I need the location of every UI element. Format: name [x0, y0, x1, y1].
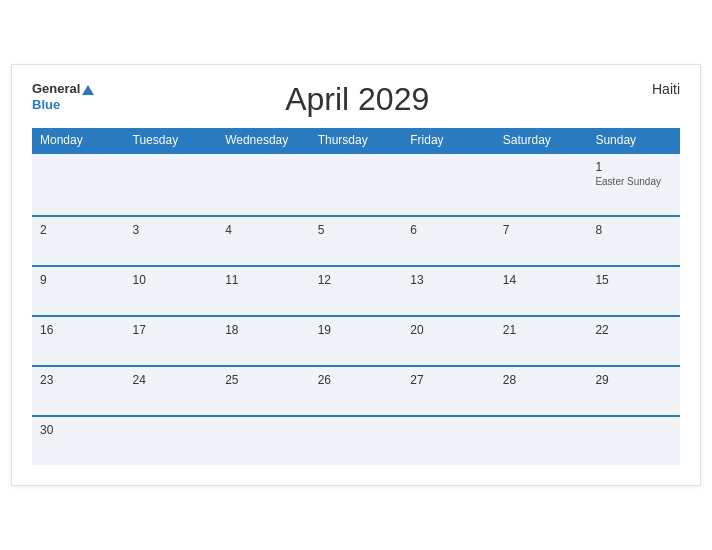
- calendar-cell: 21: [495, 316, 588, 366]
- calendar-cell: 23: [32, 366, 125, 416]
- logo: General Blue: [32, 81, 94, 112]
- day-number: 23: [40, 373, 53, 387]
- day-number: 22: [595, 323, 608, 337]
- day-number: 3: [133, 223, 140, 237]
- calendar-cell: 22: [587, 316, 680, 366]
- day-number: 11: [225, 273, 238, 287]
- weekday-header-row: MondayTuesdayWednesdayThursdayFridaySatu…: [32, 128, 680, 153]
- day-number: 19: [318, 323, 331, 337]
- calendar-cell: 19: [310, 316, 403, 366]
- day-number: 21: [503, 323, 516, 337]
- calendar-cell: 2: [32, 216, 125, 266]
- calendar-cell: 25: [217, 366, 310, 416]
- week-row-4: 16171819202122: [32, 316, 680, 366]
- weekday-header-friday: Friday: [402, 128, 495, 153]
- day-number: 12: [318, 273, 331, 287]
- day-number: 28: [503, 373, 516, 387]
- calendar-cell: 10: [125, 266, 218, 316]
- calendar-cell: 7: [495, 216, 588, 266]
- calendar-cell: 5: [310, 216, 403, 266]
- calendar-cell: 4: [217, 216, 310, 266]
- calendar-cell: 6: [402, 216, 495, 266]
- day-number: 17: [133, 323, 146, 337]
- week-row-5: 23242526272829: [32, 366, 680, 416]
- calendar-cell: 30: [32, 416, 125, 465]
- calendar-cell: 17: [125, 316, 218, 366]
- week-row-2: 2345678: [32, 216, 680, 266]
- day-number: 15: [595, 273, 608, 287]
- country-label: Haiti: [620, 81, 680, 97]
- calendar-cell: [495, 416, 588, 465]
- calendar-cell: [495, 153, 588, 216]
- week-row-3: 9101112131415: [32, 266, 680, 316]
- calendar-cell: [402, 153, 495, 216]
- calendar-cell: [125, 416, 218, 465]
- calendar-cell: 27: [402, 366, 495, 416]
- weekday-header-saturday: Saturday: [495, 128, 588, 153]
- day-number: 30: [40, 423, 53, 437]
- day-number: 7: [503, 223, 510, 237]
- calendar-cell: [217, 153, 310, 216]
- day-number: 14: [503, 273, 516, 287]
- day-number: 5: [318, 223, 325, 237]
- day-number: 20: [410, 323, 423, 337]
- day-number: 8: [595, 223, 602, 237]
- calendar-cell: [587, 416, 680, 465]
- calendar-cell: [217, 416, 310, 465]
- calendar-cell: 14: [495, 266, 588, 316]
- calendar-cell: 15: [587, 266, 680, 316]
- day-number: 16: [40, 323, 53, 337]
- calendar-cell: [32, 153, 125, 216]
- calendar-cell: 1Easter Sunday: [587, 153, 680, 216]
- day-number: 6: [410, 223, 417, 237]
- week-row-1: 1Easter Sunday: [32, 153, 680, 216]
- weekday-header-thursday: Thursday: [310, 128, 403, 153]
- calendar-cell: 26: [310, 366, 403, 416]
- calendar-cell: 9: [32, 266, 125, 316]
- calendar-header: General Blue April 2029 Haiti: [32, 81, 680, 118]
- calendar-table: MondayTuesdayWednesdayThursdayFridaySatu…: [32, 128, 680, 465]
- calendar-cell: 13: [402, 266, 495, 316]
- day-number: 26: [318, 373, 331, 387]
- day-number: 27: [410, 373, 423, 387]
- day-number: 29: [595, 373, 608, 387]
- weekday-header-tuesday: Tuesday: [125, 128, 218, 153]
- weekday-header-wednesday: Wednesday: [217, 128, 310, 153]
- calendar-cell: [310, 153, 403, 216]
- day-number: 9: [40, 273, 47, 287]
- week-row-6: 30: [32, 416, 680, 465]
- calendar-title: April 2029: [94, 81, 620, 118]
- calendar-cell: 20: [402, 316, 495, 366]
- calendar-cell: 24: [125, 366, 218, 416]
- calendar-cell: 12: [310, 266, 403, 316]
- logo-general: General: [32, 81, 94, 97]
- calendar-cell: 18: [217, 316, 310, 366]
- calendar-cell: 11: [217, 266, 310, 316]
- day-number: 25: [225, 373, 238, 387]
- calendar-cell: [125, 153, 218, 216]
- calendar-cell: 8: [587, 216, 680, 266]
- logo-triangle-icon: [82, 85, 94, 95]
- calendar-cell: [402, 416, 495, 465]
- day-number: 13: [410, 273, 423, 287]
- logo-blue: Blue: [32, 97, 94, 113]
- day-number: 10: [133, 273, 146, 287]
- calendar-cell: 28: [495, 366, 588, 416]
- weekday-header-monday: Monday: [32, 128, 125, 153]
- weekday-header-sunday: Sunday: [587, 128, 680, 153]
- calendar-container: General Blue April 2029 Haiti MondayTues…: [11, 64, 701, 486]
- day-number: 4: [225, 223, 232, 237]
- calendar-cell: 29: [587, 366, 680, 416]
- calendar-cell: 3: [125, 216, 218, 266]
- day-number: 24: [133, 373, 146, 387]
- day-number: 1: [595, 160, 602, 174]
- day-number: 18: [225, 323, 238, 337]
- day-event: Easter Sunday: [595, 176, 672, 187]
- calendar-cell: [310, 416, 403, 465]
- calendar-cell: 16: [32, 316, 125, 366]
- day-number: 2: [40, 223, 47, 237]
